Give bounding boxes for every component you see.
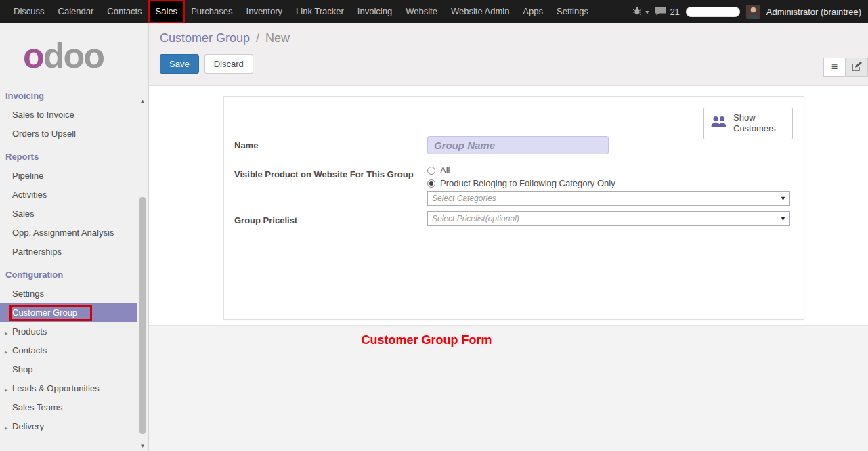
group-name-input[interactable] (427, 136, 609, 154)
below-sheet-area: Customer Group Form (149, 325, 868, 451)
radio-option-category-only[interactable]: Product Beloging to Following Category O… (427, 178, 790, 188)
field-row-visibility: Visible Product on Website For This Grou… (234, 165, 790, 206)
sidebar-item-activities[interactable]: Activities (0, 186, 137, 205)
sidebar-item-leads-opportunities[interactable]: ▸Leads & Opportunities (0, 379, 137, 398)
categories-select[interactable]: Select Categories ▼ (427, 191, 790, 206)
nav-item-discuss[interactable]: Discuss (7, 0, 51, 23)
form-view-area: Show Customers Name Visible Product on W… (149, 86, 868, 325)
sidebar-item-label: Sales (12, 209, 35, 219)
sidebar-item-label: Activities (12, 190, 47, 200)
section-title-reports: Reports (0, 144, 137, 167)
name-field-label: Name (234, 136, 427, 150)
user-menu[interactable]: Administrator (braintree) (766, 7, 861, 17)
sidebar-item-label: Delivery (12, 421, 44, 431)
messages-count-badge[interactable]: 21 (670, 7, 679, 17)
breadcrumb-parent-link[interactable]: Customer Group (160, 31, 250, 45)
sidebar-item-sales-to-invoice[interactable]: Sales to Invoice (0, 106, 137, 125)
sidebar-item-pipeline[interactable]: Pipeline (0, 167, 137, 186)
scroll-down-icon[interactable]: ▼ (137, 442, 148, 450)
caret-down-icon[interactable]: ▾ (645, 8, 649, 16)
save-button[interactable]: Save (160, 54, 199, 74)
list-view-button[interactable]: ≡ (823, 58, 846, 77)
nav-item-settings[interactable]: Settings (550, 0, 595, 23)
bug-debug-icon[interactable] (632, 6, 642, 18)
sidebar-item-label: Sales to Invoice (12, 110, 74, 120)
sidebar-item-label: Products (12, 326, 47, 337)
sidebar-item-opp-assignment-analysis[interactable]: Opp. Assignment Analysis (0, 223, 137, 242)
sidebar-item-shop[interactable]: Shop (0, 360, 137, 379)
show-customers-button[interactable]: Show Customers (703, 108, 793, 139)
sidebar-item-contacts[interactable]: ▸Contacts (0, 341, 137, 360)
customers-group-icon (710, 115, 728, 132)
status-pill[interactable] (686, 7, 740, 17)
control-panel: Customer Group / New Save Discard ≡ (149, 23, 868, 86)
sidebar-item-orders-to-upsell[interactable]: Orders to Upsell (0, 125, 137, 144)
show-customers-label: Show Customers (733, 112, 787, 135)
nav-item-apps[interactable]: Apps (516, 0, 550, 23)
sidebar-item-delivery[interactable]: ▸Delivery (0, 417, 137, 436)
radio-option-all[interactable]: All (427, 165, 790, 175)
messages-icon[interactable] (655, 6, 666, 18)
form-sheet: Show Customers Name Visible Product on W… (223, 96, 804, 320)
sidebar-item-customer-group[interactable]: Customer Group (0, 303, 137, 322)
nav-item-invoicing[interactable]: Invoicing (351, 0, 399, 23)
nav-item-website-admin[interactable]: Website Admin (444, 0, 516, 23)
pricelist-field-label: Group Pricelist (234, 211, 427, 226)
sidebar-item-sales-teams[interactable]: Sales Teams (0, 398, 137, 417)
main-layout: odoo Invoicing Sales to Invoice Orders t… (0, 23, 868, 451)
sidebar-item-label: Leads & Opportunities (12, 383, 100, 393)
expander-icon[interactable]: ▸ (5, 328, 8, 339)
action-buttons: Save Discard (160, 54, 868, 74)
discard-button[interactable]: Discard (204, 54, 253, 74)
nav-item-contacts[interactable]: Contacts (100, 0, 148, 23)
sidebar-item-label: Pipeline (12, 171, 43, 181)
radio-unchecked-icon[interactable] (427, 167, 435, 175)
scrollbar-thumb[interactable] (139, 197, 146, 434)
form-view-button[interactable] (846, 58, 868, 77)
sidebar-item-label: Settings (12, 288, 44, 299)
nav-item-purchases[interactable]: Purchases (184, 0, 239, 23)
sidebar-item-products[interactable]: ▸Products (0, 322, 137, 341)
top-navbar: Discuss Calendar Contacts Sales Purchase… (0, 0, 868, 23)
section-title-configuration: Configuration (0, 261, 137, 284)
sidebar-item-partnerships[interactable]: Partnerships (0, 242, 137, 261)
sidebar-item-label: Shop (12, 364, 32, 374)
main-panel: Customer Group / New Save Discard ≡ (149, 23, 868, 451)
visibility-field-label: Visible Product on Website For This Grou… (234, 165, 427, 179)
scroll-up-icon[interactable]: ▲ (137, 98, 148, 106)
scrollbar-track[interactable] (139, 107, 146, 441)
select-caret-icon: ▼ (780, 215, 786, 222)
sidebar-item-label: Orders to Upsell (12, 129, 76, 139)
form-edit-icon (852, 61, 862, 74)
expander-icon[interactable]: ▸ (5, 423, 8, 433)
user-avatar[interactable] (746, 5, 760, 19)
pricelist-select[interactable]: Select Pricelist(optional) ▼ (427, 211, 790, 226)
expander-icon[interactable]: ▸ (5, 347, 8, 358)
odoo-logo: odoo (0, 23, 148, 83)
nav-item-website[interactable]: Website (399, 0, 444, 23)
section-title-invoicing: Invoicing (0, 83, 137, 106)
radio-option-label: All (440, 165, 450, 175)
pricelist-field-value: Select Pricelist(optional) ▼ (427, 211, 790, 226)
sidebar-item-label: Contacts (12, 345, 47, 356)
breadcrumb-separator: / (253, 31, 262, 45)
nav-item-link-tracker[interactable]: Link Tracker (289, 0, 351, 23)
visibility-field-value: All Product Beloging to Following Catego… (427, 165, 790, 206)
logo-first-letter: o (23, 36, 43, 75)
app-menu: Discuss Calendar Contacts Sales Purchase… (0, 0, 595, 23)
sidebar-item-settings[interactable]: Settings (0, 284, 137, 303)
sidebar-item-sales[interactable]: Sales (0, 205, 137, 223)
breadcrumb: Customer Group / New (160, 31, 868, 45)
select-caret-icon: ▼ (780, 195, 786, 202)
sidebar-item-label: Opp. Assignment Analysis (12, 228, 114, 238)
radio-option-label: Product Beloging to Following Category O… (440, 178, 615, 188)
nav-item-calendar[interactable]: Calendar (51, 0, 101, 23)
sidebar-scrollbar[interactable]: ▲ ▼ (137, 98, 148, 450)
radio-checked-icon[interactable] (427, 179, 435, 188)
sidebar-item-label: Partnerships (12, 246, 62, 257)
nav-item-inventory[interactable]: Inventory (240, 0, 289, 23)
categories-select-placeholder: Select Categories (432, 194, 496, 203)
expander-icon[interactable]: ▸ (5, 385, 8, 395)
logo-rest: doo (43, 36, 104, 75)
nav-item-sales[interactable]: Sales (149, 0, 185, 23)
